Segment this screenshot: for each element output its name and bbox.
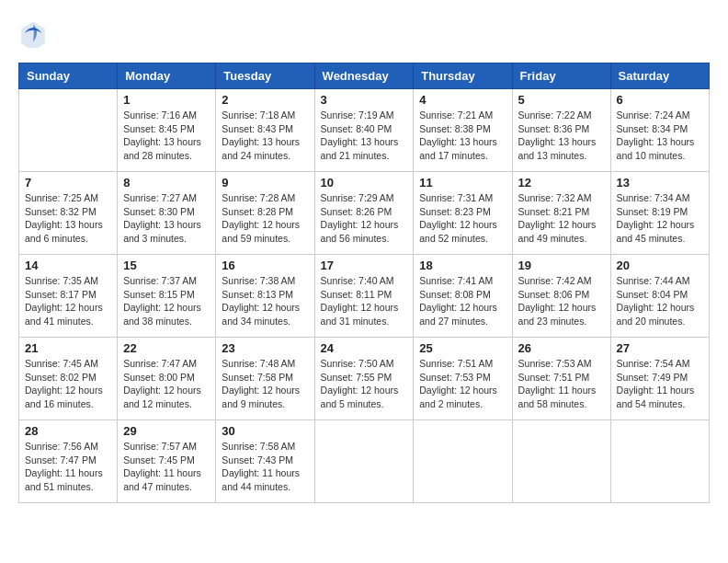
- calendar-cell: 24Sunrise: 7:50 AMSunset: 7:55 PMDayligh…: [314, 338, 414, 420]
- calendar-week-5: 28Sunrise: 7:56 AMSunset: 7:47 PMDayligh…: [19, 420, 710, 503]
- calendar-header-friday: Friday: [512, 63, 610, 89]
- calendar-header-sunday: Sunday: [19, 63, 118, 89]
- day-number: 12: [518, 176, 605, 190]
- day-number: 16: [222, 259, 308, 272]
- logo: [18, 18, 51, 48]
- calendar-cell: 8Sunrise: 7:27 AMSunset: 8:30 PMDaylight…: [118, 172, 216, 255]
- day-number: 21: [25, 341, 111, 355]
- day-number: 17: [321, 259, 408, 272]
- calendar-cell: 15Sunrise: 7:37 AMSunset: 8:15 PMDayligh…: [118, 255, 216, 338]
- calendar-header-thursday: Thursday: [414, 63, 512, 89]
- day-info: Sunrise: 7:45 AMSunset: 8:02 PMDaylight:…: [25, 357, 111, 411]
- day-number: 11: [419, 176, 506, 190]
- calendar-cell: 13Sunrise: 7:34 AMSunset: 8:19 PMDayligh…: [610, 172, 709, 255]
- calendar-cell: 4Sunrise: 7:21 AMSunset: 8:38 PMDaylight…: [414, 89, 512, 172]
- day-number: 30: [222, 424, 308, 438]
- day-number: 25: [419, 341, 506, 355]
- day-number: 10: [321, 176, 408, 190]
- day-info: Sunrise: 7:38 AMSunset: 8:13 PMDaylight:…: [222, 274, 308, 328]
- calendar-cell: 5Sunrise: 7:22 AMSunset: 8:36 PMDaylight…: [512, 89, 610, 172]
- calendar-week-4: 21Sunrise: 7:45 AMSunset: 8:02 PMDayligh…: [19, 338, 710, 420]
- calendar-cell: 22Sunrise: 7:47 AMSunset: 8:00 PMDayligh…: [118, 338, 216, 420]
- day-info: Sunrise: 7:44 AMSunset: 8:04 PMDaylight:…: [617, 274, 703, 328]
- day-info: Sunrise: 7:41 AMSunset: 8:08 PMDaylight:…: [419, 274, 506, 328]
- day-number: 5: [518, 93, 605, 107]
- calendar-header-monday: Monday: [118, 63, 216, 89]
- calendar-header-tuesday: Tuesday: [216, 63, 314, 89]
- day-number: 7: [25, 176, 111, 190]
- day-info: Sunrise: 7:29 AMSunset: 8:26 PMDaylight:…: [321, 191, 408, 246]
- calendar-cell: [19, 89, 118, 172]
- day-info: Sunrise: 7:54 AMSunset: 7:49 PMDaylight:…: [617, 357, 703, 411]
- day-number: 8: [123, 176, 210, 190]
- calendar-cell: [512, 420, 610, 503]
- calendar-cell: 27Sunrise: 7:54 AMSunset: 7:49 PMDayligh…: [610, 338, 709, 420]
- day-info: Sunrise: 7:32 AMSunset: 8:21 PMDaylight:…: [518, 191, 605, 246]
- day-info: Sunrise: 7:56 AMSunset: 7:47 PMDaylight:…: [25, 440, 111, 494]
- calendar-cell: [314, 420, 414, 503]
- day-info: Sunrise: 7:27 AMSunset: 8:30 PMDaylight:…: [123, 191, 210, 246]
- day-info: Sunrise: 7:28 AMSunset: 8:28 PMDaylight:…: [222, 191, 308, 246]
- day-number: 24: [321, 341, 408, 355]
- calendar-cell: 23Sunrise: 7:48 AMSunset: 7:58 PMDayligh…: [216, 338, 314, 420]
- calendar-cell: 14Sunrise: 7:35 AMSunset: 8:17 PMDayligh…: [19, 255, 118, 338]
- day-number: 19: [518, 259, 605, 272]
- day-number: 18: [419, 259, 506, 272]
- day-number: 27: [617, 341, 703, 355]
- day-info: Sunrise: 7:22 AMSunset: 8:36 PMDaylight:…: [518, 109, 605, 163]
- calendar-cell: 11Sunrise: 7:31 AMSunset: 8:23 PMDayligh…: [414, 172, 512, 255]
- calendar-week-1: 1Sunrise: 7:16 AMSunset: 8:45 PMDaylight…: [19, 89, 710, 172]
- day-info: Sunrise: 7:24 AMSunset: 8:34 PMDaylight:…: [617, 109, 703, 163]
- calendar-cell: 21Sunrise: 7:45 AMSunset: 8:02 PMDayligh…: [19, 338, 118, 420]
- calendar-cell: 12Sunrise: 7:32 AMSunset: 8:21 PMDayligh…: [512, 172, 610, 255]
- day-info: Sunrise: 7:37 AMSunset: 8:15 PMDaylight:…: [123, 274, 210, 328]
- day-number: 29: [123, 424, 210, 438]
- calendar-cell: 3Sunrise: 7:19 AMSunset: 8:40 PMDaylight…: [314, 89, 414, 172]
- day-number: 23: [222, 341, 308, 355]
- day-info: Sunrise: 7:35 AMSunset: 8:17 PMDaylight:…: [25, 274, 111, 328]
- day-number: 4: [419, 93, 506, 107]
- calendar-cell: 30Sunrise: 7:58 AMSunset: 7:43 PMDayligh…: [216, 420, 314, 503]
- day-info: Sunrise: 7:51 AMSunset: 7:53 PMDaylight:…: [419, 357, 506, 411]
- day-info: Sunrise: 7:34 AMSunset: 8:19 PMDaylight:…: [617, 191, 703, 246]
- calendar-cell: 9Sunrise: 7:28 AMSunset: 8:28 PMDaylight…: [216, 172, 314, 255]
- logo-icon: [18, 18, 48, 48]
- calendar-week-2: 7Sunrise: 7:25 AMSunset: 8:32 PMDaylight…: [19, 172, 710, 255]
- day-info: Sunrise: 7:58 AMSunset: 7:43 PMDaylight:…: [222, 440, 308, 494]
- day-info: Sunrise: 7:47 AMSunset: 8:00 PMDaylight:…: [123, 357, 210, 411]
- day-number: 1: [123, 93, 210, 107]
- calendar-header-row: SundayMondayTuesdayWednesdayThursdayFrid…: [19, 63, 710, 89]
- calendar-cell: 28Sunrise: 7:56 AMSunset: 7:47 PMDayligh…: [19, 420, 118, 503]
- calendar-cell: [610, 420, 709, 503]
- day-number: 2: [222, 93, 308, 107]
- calendar-cell: 26Sunrise: 7:53 AMSunset: 7:51 PMDayligh…: [512, 338, 610, 420]
- calendar-cell: 6Sunrise: 7:24 AMSunset: 8:34 PMDaylight…: [610, 89, 709, 172]
- day-number: 3: [321, 93, 408, 107]
- calendar-cell: 19Sunrise: 7:42 AMSunset: 8:06 PMDayligh…: [512, 255, 610, 338]
- day-number: 13: [617, 176, 703, 190]
- svg-marker-0: [21, 21, 45, 48]
- calendar-cell: [414, 420, 512, 503]
- calendar-cell: 7Sunrise: 7:25 AMSunset: 8:32 PMDaylight…: [19, 172, 118, 255]
- calendar-cell: 18Sunrise: 7:41 AMSunset: 8:08 PMDayligh…: [414, 255, 512, 338]
- day-info: Sunrise: 7:16 AMSunset: 8:45 PMDaylight:…: [123, 109, 210, 163]
- day-info: Sunrise: 7:53 AMSunset: 7:51 PMDaylight:…: [518, 357, 605, 411]
- day-number: 28: [25, 424, 111, 438]
- calendar-cell: 10Sunrise: 7:29 AMSunset: 8:26 PMDayligh…: [314, 172, 414, 255]
- day-number: 26: [518, 341, 605, 355]
- calendar-header-saturday: Saturday: [610, 63, 709, 89]
- calendar-cell: 2Sunrise: 7:18 AMSunset: 8:43 PMDaylight…: [216, 89, 314, 172]
- calendar-week-3: 14Sunrise: 7:35 AMSunset: 8:17 PMDayligh…: [19, 255, 710, 338]
- calendar-cell: 1Sunrise: 7:16 AMSunset: 8:45 PMDaylight…: [118, 89, 216, 172]
- day-info: Sunrise: 7:19 AMSunset: 8:40 PMDaylight:…: [321, 109, 408, 163]
- calendar-cell: 16Sunrise: 7:38 AMSunset: 8:13 PMDayligh…: [216, 255, 314, 338]
- day-number: 20: [617, 259, 703, 272]
- calendar-cell: 29Sunrise: 7:57 AMSunset: 7:45 PMDayligh…: [118, 420, 216, 503]
- day-info: Sunrise: 7:42 AMSunset: 8:06 PMDaylight:…: [518, 274, 605, 328]
- day-number: 6: [617, 93, 703, 107]
- header: [18, 18, 710, 48]
- calendar-cell: 20Sunrise: 7:44 AMSunset: 8:04 PMDayligh…: [610, 255, 709, 338]
- day-info: Sunrise: 7:50 AMSunset: 7:55 PMDaylight:…: [321, 357, 408, 411]
- calendar-cell: 25Sunrise: 7:51 AMSunset: 7:53 PMDayligh…: [414, 338, 512, 420]
- calendar-cell: 17Sunrise: 7:40 AMSunset: 8:11 PMDayligh…: [314, 255, 414, 338]
